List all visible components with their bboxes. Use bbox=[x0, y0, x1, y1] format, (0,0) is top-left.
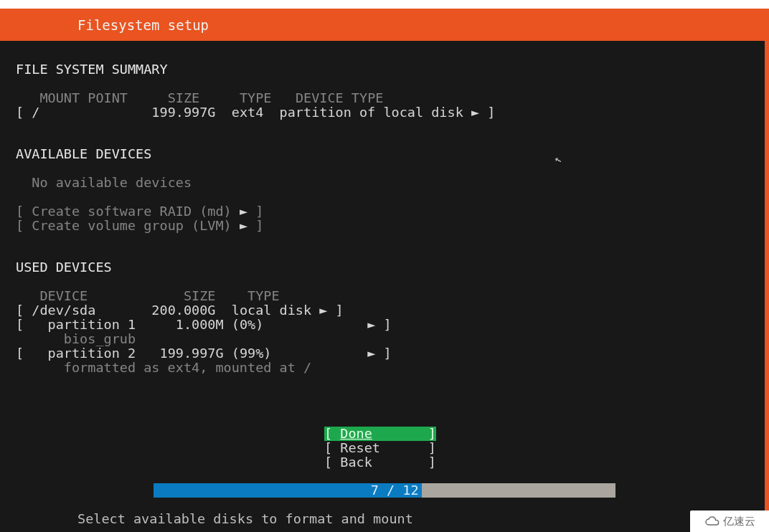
back-label: Back bbox=[340, 455, 372, 470]
available-none: No available devices bbox=[16, 175, 192, 190]
disk-name: /dev/sda bbox=[32, 303, 95, 318]
cloud-icon bbox=[704, 516, 720, 527]
chevron-right-icon: ► bbox=[471, 105, 479, 120]
fs-summary-table: MOUNT POINT SIZE TYPE DEVICE TYPE [ / 19… bbox=[16, 91, 753, 120]
col-type2: TYPE bbox=[247, 288, 280, 303]
progress-text: 7 / 12 bbox=[371, 483, 419, 498]
top-gap bbox=[0, 0, 769, 9]
fs-size: 199.997G bbox=[151, 105, 215, 120]
used-heading: USED DEVICES bbox=[16, 260, 753, 275]
col-device: DEVICE bbox=[39, 288, 88, 303]
create-raid-button[interactable]: [ Create software RAID (md) ► ] bbox=[16, 204, 263, 219]
reset-button[interactable]: [ Reset ] bbox=[324, 441, 436, 455]
col-size2: SIZE bbox=[184, 288, 216, 303]
page-title: Filesystem setup bbox=[77, 18, 209, 32]
used-header-row: DEVICE SIZE TYPE bbox=[16, 288, 280, 303]
fs-summary-row[interactable]: [ / 199.997G ext4 partition of local dis… bbox=[16, 105, 495, 120]
fs-mount: / bbox=[32, 105, 39, 120]
button-group: [ Done ] [ Reset ] [ Back ] bbox=[324, 427, 436, 470]
chevron-right-icon: ► bbox=[240, 204, 247, 219]
installer-header: Filesystem setup bbox=[0, 9, 769, 41]
used-part2-row[interactable]: [ partition 2 199.997G (99%) ► ] bbox=[16, 346, 392, 361]
create-lvm-button[interactable]: [ Create volume group (LVM) ► ] bbox=[16, 218, 263, 233]
col-mount: MOUNT POINT bbox=[39, 90, 128, 105]
col-type: TYPE bbox=[240, 90, 272, 105]
disk-size: 200.000G bbox=[151, 303, 215, 318]
col-dtype: DEVICE TYPE bbox=[296, 90, 384, 105]
used-disk-row[interactable]: [ /dev/sda 200.000G local disk ► ] bbox=[16, 303, 344, 318]
chevron-right-icon: ► bbox=[240, 218, 247, 233]
create-raid-label: Create software RAID (md) bbox=[32, 204, 231, 219]
progress-bar: 7 / 12 bbox=[154, 483, 615, 498]
part2-pct: (99%) bbox=[232, 346, 272, 361]
back-button[interactable]: [ Back ] bbox=[324, 455, 436, 470]
part1-size: 1.000M bbox=[176, 317, 224, 332]
used-part2-desc: formatted as ext4, mounted at / bbox=[16, 360, 311, 375]
reset-label: Reset bbox=[340, 440, 380, 455]
col-size: SIZE bbox=[168, 90, 200, 105]
fs-dtype: partition of local disk bbox=[280, 105, 463, 120]
watermark-text: 亿速云 bbox=[723, 514, 755, 528]
part2-name: partition 2 bbox=[48, 346, 136, 361]
create-lvm-label: Create volume group (LVM) bbox=[32, 218, 231, 233]
available-none-text: No available devices bbox=[32, 175, 192, 190]
chevron-right-icon: ► bbox=[367, 346, 375, 361]
done-label: Done bbox=[340, 426, 372, 441]
part1-name: partition 1 bbox=[48, 317, 136, 332]
content-area: FILE SYSTEM SUMMARY MOUNT POINT SIZE TYP… bbox=[0, 41, 769, 375]
used-table: DEVICE SIZE TYPE [ /dev/sda 200.000G loc… bbox=[16, 289, 753, 375]
part2-desc: formatted as ext4, mounted at / bbox=[64, 360, 311, 375]
available-heading: AVAILABLE DEVICES bbox=[16, 147, 753, 161]
available-block: No available devices [ Create software R… bbox=[16, 176, 753, 233]
fs-summary-header-row: MOUNT POINT SIZE TYPE DEVICE TYPE bbox=[16, 90, 383, 105]
done-button[interactable]: [ Done ] bbox=[324, 427, 436, 441]
progress-fill: 7 / 12 bbox=[154, 483, 422, 498]
disk-type: local disk bbox=[232, 303, 311, 318]
chevron-right-icon: ► bbox=[319, 303, 327, 318]
part2-size: 199.997G bbox=[160, 346, 224, 361]
watermark: 亿速云 bbox=[690, 510, 769, 532]
fs-summary-heading: FILE SYSTEM SUMMARY bbox=[16, 62, 753, 77]
part1-desc: bios_grub bbox=[64, 331, 136, 346]
right-stripe bbox=[765, 9, 769, 510]
used-part1-row[interactable]: [ partition 1 1.000M (0%) ► ] bbox=[16, 317, 392, 332]
help-text: Select available disks to format and mou… bbox=[77, 512, 413, 526]
part1-pct: (0%) bbox=[232, 317, 264, 332]
used-part1-desc: bios_grub bbox=[16, 331, 136, 346]
chevron-right-icon: ► bbox=[367, 317, 375, 332]
fs-type: ext4 bbox=[232, 105, 264, 120]
